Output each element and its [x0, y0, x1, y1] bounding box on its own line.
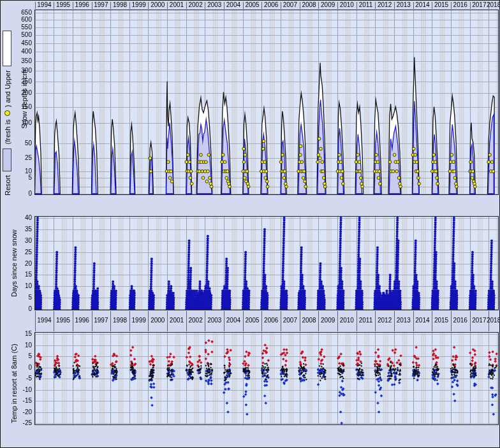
snow-history-figure: 1994199419951995199619961997199719981998…: [0, 0, 500, 448]
chart-canvas: [1, 1, 500, 448]
